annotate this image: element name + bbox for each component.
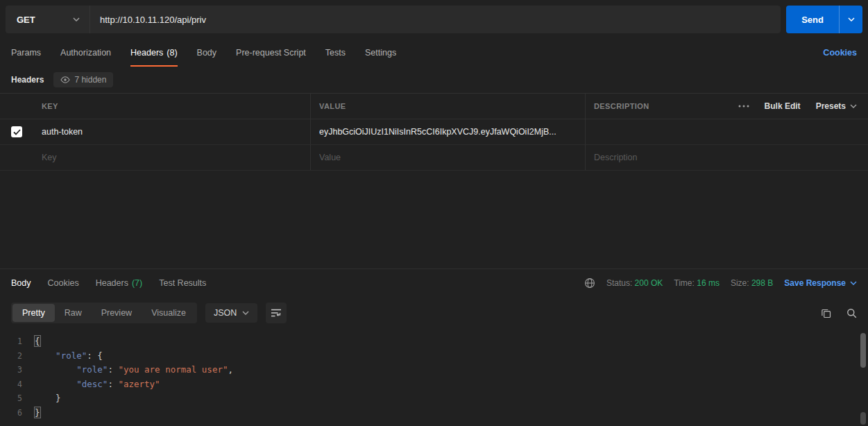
code-token-punc: } [35,407,40,418]
tab-body[interactable]: Body [197,39,217,67]
response-body-viewer[interactable]: 1{2 "role": {3 "role": "you are normal u… [0,329,868,426]
scrollbar-thumb-bottom[interactable] [860,412,866,425]
response-tab-cookies[interactable]: Cookies [48,278,79,288]
column-header-description: DESCRIPTION [594,102,649,110]
wrap-lines-button[interactable] [266,303,287,323]
send-options-button[interactable] [839,6,862,33]
presets-button[interactable]: Presets [816,101,857,111]
network-globe-icon[interactable] [584,278,595,289]
tab-params[interactable]: Params [11,39,41,67]
view-switch: Pretty Raw Preview Visualize [11,303,197,323]
code-lines: 1{2 "role": {3 "role": "you are normal u… [0,334,868,420]
cookies-label: Cookies [823,48,857,58]
view-tab-preview[interactable]: Preview [92,304,142,322]
view-tab-visualize[interactable]: Visualize [142,304,196,322]
url-group: GET [6,6,781,33]
time-indicator: Time: 16 ms [674,278,720,288]
size-label: Size: [731,278,749,288]
tab-settings[interactable]: Settings [365,39,396,67]
headers-table: KEY VALUE DESCRIPTION Bulk Edit Presets [0,93,868,171]
table-row: auth-token eyJhbGciOiJIUzI1NiIsInR5cCI6I… [0,119,868,145]
chevron-down-icon [242,311,249,315]
code-line-content: } [35,406,40,420]
save-response-label: Save Response [784,278,846,288]
tab-label: Body [197,48,217,58]
tab-label: Pre-request Script [236,48,306,58]
new-description-input[interactable] [594,153,860,162]
line-number: 3 [0,363,35,377]
tab-pre-request-script[interactable]: Pre-request Script [236,39,306,67]
copy-icon[interactable] [821,308,831,318]
send-group: Send [786,6,862,33]
header-description-cell[interactable] [585,119,868,144]
code-token-key: "desc" [76,379,108,389]
new-value-input[interactable] [319,153,577,162]
response-toolbar: Pretty Raw Preview Visualize JSON [0,297,868,329]
code-token-punc: : [108,379,118,389]
response-tab-headers[interactable]: Headers (7) [96,278,143,288]
code-line: 5 } [0,391,868,406]
code-line-content: "role": "you are normal user", [35,363,233,377]
hidden-headers-toggle[interactable]: 7 hidden [53,72,113,87]
tab-count: (8) [167,48,177,58]
size-indicator: Size: 298 B [731,278,773,288]
header-value-cell[interactable]: eyJhbGciOiJIUzI1NiIsInR5cCI6IkpXVCJ9.eyJ… [310,119,585,144]
column-header-key: KEY [33,94,310,119]
chevron-down-icon [73,17,80,22]
cookies-link[interactable]: Cookies [823,39,857,67]
new-description-cell [585,145,868,170]
tab-label: Params [11,48,41,58]
code-token-punc: : { [87,350,103,361]
more-options-icon[interactable] [738,105,749,108]
select-all-column [0,94,33,119]
size-value: 298 B [751,278,773,288]
view-tab-pretty[interactable]: Pretty [12,304,55,322]
header-key-cell[interactable]: auth-token [33,119,310,144]
tab-label: Tests [325,48,346,58]
row-checkbox[interactable] [11,126,22,137]
request-bar: GET Send [0,0,868,39]
tab-headers[interactable]: Headers (8) [130,39,178,67]
tab-count: (7) [132,278,142,288]
code-line: 3 "role": "you are normal user", [0,363,868,377]
row-checkbox-cell [0,119,33,144]
code-token-plain [35,364,76,375]
tab-label: Headers [96,278,128,288]
url-input[interactable] [90,6,781,33]
save-response-button[interactable]: Save Response [784,278,857,288]
view-tab-raw[interactable]: Raw [55,304,92,322]
code-token-punc: { [35,336,40,346]
column-header-description-cell: DESCRIPTION Bulk Edit Presets [585,94,868,119]
new-key-input[interactable] [42,153,302,162]
search-icon[interactable] [846,308,857,318]
method-select[interactable]: GET [6,6,90,33]
line-number: 2 [0,349,35,364]
status-value: 200 OK [635,278,663,288]
send-button[interactable]: Send [786,6,839,33]
tab-authorization[interactable]: Authorization [60,39,111,67]
wrap-text-icon [271,308,282,318]
format-select[interactable]: JSON [205,303,257,323]
time-label: Time: [674,278,695,288]
hidden-headers-label: 7 hidden [74,75,106,85]
time-value: 16 ms [697,278,720,288]
line-number: 1 [0,334,35,349]
response-tab-body[interactable]: Body [11,278,31,288]
response-tabs: Body Cookies Headers (7) Test Results St… [0,269,868,297]
code-line: 1{ [0,334,868,349]
code-line: 6} [0,406,868,420]
code-token-punc: , [228,364,233,375]
headers-section-title: Headers [11,75,44,85]
code-line: 4 "desc": "azerty" [0,377,868,392]
empty-area [0,171,868,269]
bulk-edit-button[interactable]: Bulk Edit [765,101,801,111]
response-tab-test-results[interactable]: Test Results [159,278,206,288]
scrollbar-track[interactable] [860,333,866,426]
tab-tests[interactable]: Tests [325,39,346,67]
tab-label: Authorization [60,48,111,58]
tab-label: Test Results [159,278,206,288]
line-number: 6 [0,406,35,420]
tab-label: Settings [365,48,396,58]
status-indicator: Status: 200 OK [606,278,663,288]
scrollbar-thumb[interactable] [860,333,866,368]
